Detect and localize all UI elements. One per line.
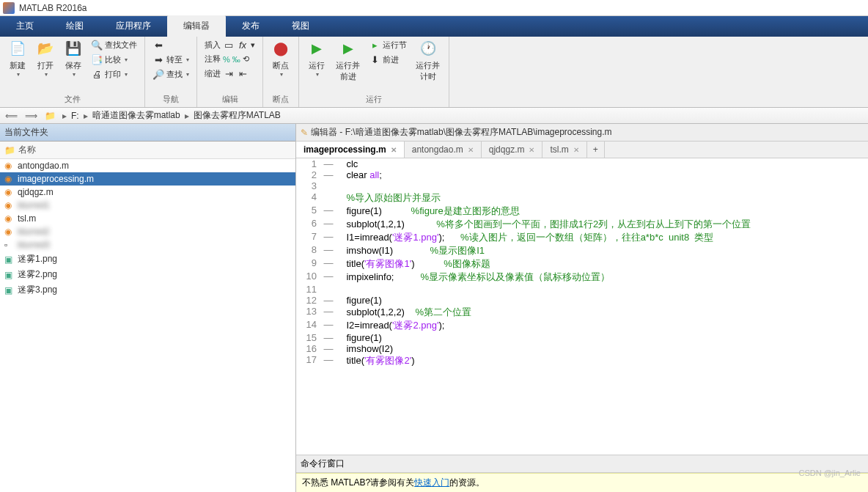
sidebar-col-header[interactable]: 📁 名称 xyxy=(0,142,295,159)
pencil-icon: ✎ xyxy=(301,128,308,138)
file-item[interactable]: ◉imageprocessing.m xyxy=(0,172,295,186)
ribbon-label-nav: 导航 xyxy=(150,93,192,106)
run-time-button[interactable]: 🕐 运行并 计时 xyxy=(411,38,444,84)
line-number: 9 xyxy=(296,257,321,271)
tab-plots[interactable]: 绘图 xyxy=(50,15,100,37)
code-line[interactable]: 3 xyxy=(296,180,868,191)
code-line[interactable]: 15— figure(1) xyxy=(296,332,868,343)
editor-tab[interactable]: imageprocessing.m✕ xyxy=(296,142,405,158)
add-tab-button[interactable]: + xyxy=(587,142,605,158)
goto-button[interactable]: ➡转至 xyxy=(150,53,192,66)
insert-section-icon: ▭ xyxy=(223,39,235,51)
advance-button[interactable]: ⬇前进 xyxy=(366,53,410,66)
nav-back-button[interactable]: ⬅ xyxy=(150,38,192,51)
tab-publish[interactable]: 发布 xyxy=(226,15,276,37)
m-file-icon: ◉ xyxy=(4,200,15,210)
find-files-icon: 🔍 xyxy=(91,39,103,51)
code-line[interactable]: 9— title('有雾图像1') %图像标题 xyxy=(296,257,868,271)
line-number: 8 xyxy=(296,244,321,257)
line-number: 3 xyxy=(296,180,321,191)
file-item[interactable]: ◉qjdqgz.m xyxy=(0,186,295,199)
file-item[interactable]: ◉blurred1 xyxy=(0,199,295,212)
code-line[interactable]: 8— imshow(I1) %显示图像I1 xyxy=(296,244,868,257)
breadcrumb-part-1[interactable]: 暗通道图像去雾matlab xyxy=(92,109,180,122)
code-line[interactable]: 5— figure(1) %figure是建立图形的意思 xyxy=(296,205,868,218)
line-number: 1 xyxy=(296,158,321,169)
file-item[interactable]: ◉tsl.m xyxy=(0,212,295,225)
close-icon[interactable]: ✕ xyxy=(468,146,474,154)
tab-editor[interactable]: 编辑器 xyxy=(167,15,226,37)
find-files-button[interactable]: 🔍查找文件 xyxy=(88,38,140,51)
code-text: clear all; xyxy=(336,169,868,180)
close-icon[interactable]: ✕ xyxy=(391,146,397,154)
nav-forward-icon[interactable]: ⟹ xyxy=(23,111,40,121)
file-item[interactable]: ◉antongdao.m xyxy=(0,159,295,172)
fold-dash: — xyxy=(321,218,336,231)
file-list: ◉antongdao.m◉imageprocessing.m◉qjdqgz.m◉… xyxy=(0,159,295,492)
code-line[interactable]: 7— I1=imread('迷雾1.png'); %读入图片，返回一个数组（矩阵… xyxy=(296,231,868,244)
file-item[interactable]: ▫blurred3 xyxy=(0,238,295,251)
fold-dash: — xyxy=(321,354,336,367)
code-area[interactable]: 1— clc2— clear all;3 4 %导入原始图片并显示5— figu… xyxy=(296,158,868,455)
folder-icon: 📁 xyxy=(4,145,15,155)
fold-dash: — xyxy=(321,205,336,218)
breadcrumb-drive[interactable]: F: xyxy=(71,111,79,121)
window-title: MATLAB R2016a xyxy=(19,3,87,13)
code-text: figure(1) %figure是建立图形的意思 xyxy=(336,205,868,218)
run-section-button[interactable]: ▸运行节 xyxy=(366,38,410,51)
code-line[interactable]: 16— imshow(I2) xyxy=(296,343,868,354)
file-item[interactable]: ▣迷雾1.png xyxy=(0,251,295,267)
breakpoints-button[interactable]: ⬤ 断点 xyxy=(268,38,294,79)
close-icon[interactable]: ✕ xyxy=(573,146,579,154)
tab-label: qjdqgz.m xyxy=(489,144,525,155)
file-name: imageprocessing.m xyxy=(18,174,94,184)
nav-back-icon[interactable]: ⟸ xyxy=(3,111,20,121)
indent-button[interactable]: 缩进 ⇥ ⇤ xyxy=(202,67,258,80)
code-line[interactable]: 1— clc xyxy=(296,158,868,169)
code-line[interactable]: 4 %导入原始图片并显示 xyxy=(296,191,868,205)
code-line[interactable]: 10— impixelinfo; %显示像素坐标以及像素值（鼠标移动位置） xyxy=(296,271,868,284)
run-button[interactable]: ▶ 运行 xyxy=(304,38,330,79)
current-folder-panel: 当前文件夹 📁 名称 ◉antongdao.m◉imageprocessing.… xyxy=(0,124,296,492)
run-section-icon: ▸ xyxy=(369,39,380,51)
tab-view[interactable]: 视图 xyxy=(276,15,326,37)
breadcrumb-part-2[interactable]: 图像去雾程序MATLAB xyxy=(194,109,281,122)
code-line[interactable]: 11 xyxy=(296,284,868,295)
editor-tab[interactable]: tsl.m✕ xyxy=(542,142,586,158)
find-button[interactable]: 🔎查找 xyxy=(150,67,192,81)
tab-home[interactable]: 主页 xyxy=(0,15,50,37)
ribbon-label-run: 运行 xyxy=(304,93,444,106)
insert-button[interactable]: 插入 ▭ fx ▾ xyxy=(202,38,258,51)
line-number: 16 xyxy=(296,343,321,354)
tab-apps[interactable]: 应用程序 xyxy=(100,15,167,37)
code-line[interactable]: 12— figure(1) xyxy=(296,295,868,306)
quick-start-link[interactable]: 快速入门 xyxy=(414,477,449,488)
file-item[interactable]: ▣迷雾2.png xyxy=(0,267,295,282)
save-button[interactable]: 💾 保存 xyxy=(60,38,87,79)
open-button[interactable]: 📂 打开 xyxy=(32,38,59,79)
code-text: imshow(I2) xyxy=(336,343,868,354)
comment-button[interactable]: 注释 % ‰ ⟲ xyxy=(202,53,258,65)
code-line[interactable]: 2— clear all; xyxy=(296,169,868,180)
code-line[interactable]: 6— subplot(1,2,1) %将多个图画到一个平面，图排成1行2列，从左… xyxy=(296,218,868,231)
fold-dash: — xyxy=(321,257,336,271)
line-number: 2 xyxy=(296,169,321,180)
code-line[interactable]: 14— I2=imread('迷雾2.png'); xyxy=(296,319,868,332)
command-window-hint: 不熟悉 MATLAB?请参阅有关快速入门的资源。 xyxy=(296,473,868,492)
print-button[interactable]: 🖨打印 xyxy=(88,67,140,81)
editor-tab[interactable]: antongdao.m✕ xyxy=(405,142,482,158)
new-button[interactable]: 📄 新建 xyxy=(4,38,31,79)
code-line[interactable]: 17— title('有雾图像2') xyxy=(296,354,868,367)
nav-up-icon[interactable]: 📁 xyxy=(43,111,58,121)
image-file-icon: ▣ xyxy=(4,270,15,280)
file-item[interactable]: ◉blurred2 xyxy=(0,225,295,238)
new-file-icon: 📄 xyxy=(9,40,26,57)
image-file-icon: ▣ xyxy=(4,254,15,265)
editor-tab[interactable]: qjdqgz.m✕ xyxy=(482,142,543,158)
close-icon[interactable]: ✕ xyxy=(529,146,534,154)
file-item[interactable]: ▣迷雾3.png xyxy=(0,282,295,298)
compare-button[interactable]: 📑比较 xyxy=(88,53,140,66)
code-line[interactable]: 13— subplot(1,2,2) %第二个位置 xyxy=(296,306,868,319)
m-file-icon: ◉ xyxy=(4,174,15,184)
run-advance-button[interactable]: ▶ 运行并 前进 xyxy=(331,38,364,84)
